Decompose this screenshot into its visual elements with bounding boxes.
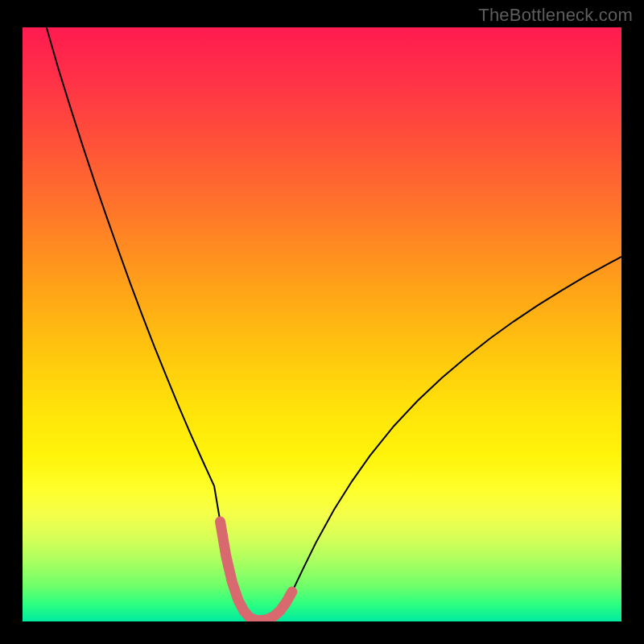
bottleneck-curve-path [47, 27, 621, 621]
plot-area [23, 27, 621, 621]
bottleneck-highlight-path [221, 522, 292, 621]
chart-frame: TheBottleneck.com [0, 0, 644, 644]
watermark-text: TheBottleneck.com [478, 5, 633, 26]
curve-svg [23, 27, 621, 621]
